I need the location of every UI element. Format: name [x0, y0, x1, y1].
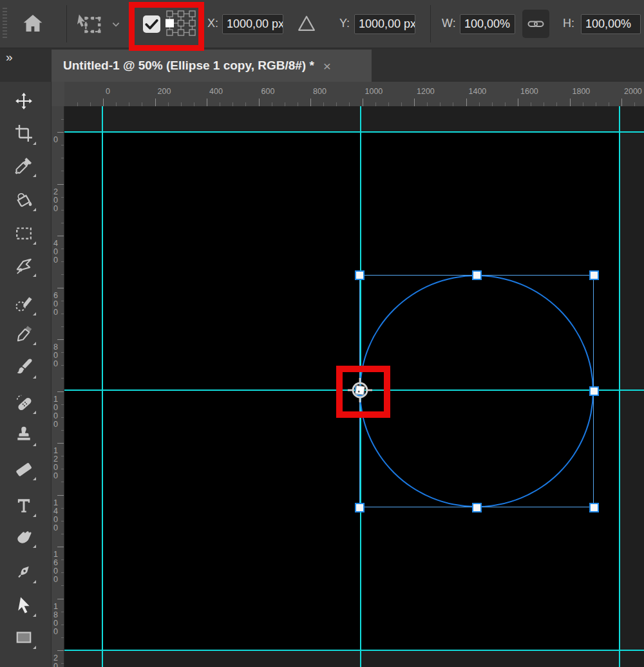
polygonal-lasso-tool[interactable] — [10, 251, 38, 279]
relative-position-delta-icon[interactable] — [298, 14, 316, 35]
path-selection-tool[interactable] — [10, 591, 38, 619]
close-tab-icon[interactable]: × — [323, 59, 331, 73]
ruler-label: 600 — [53, 292, 61, 317]
ruler-tick — [220, 102, 220, 106]
transform-handle-bottom-center[interactable] — [472, 503, 482, 512]
ruler-label: 1600 — [520, 87, 538, 96]
tool-flyout-indicator — [33, 342, 36, 345]
ruler-tick — [505, 102, 506, 106]
ruler-tick — [427, 102, 428, 106]
ruler-tick — [57, 184, 64, 185]
ruler-label: 1800 — [573, 87, 591, 96]
transform-handle-bottom-right[interactable] — [589, 503, 599, 512]
ruler-tick — [61, 274, 64, 275]
type-tool[interactable] — [10, 491, 38, 520]
guide-vertical-0[interactable] — [102, 106, 103, 667]
x-field[interactable]: 1000,00 px — [222, 14, 283, 34]
expand-panels-button[interactable]: » — [6, 50, 12, 64]
ruler-tick — [336, 102, 337, 106]
ruler-tick — [168, 102, 169, 106]
spot-healing-brush-tool[interactable] — [10, 388, 38, 417]
y-field[interactable]: 1000,00 px — [354, 14, 415, 34]
move-tool[interactable] — [10, 87, 38, 115]
ruler-label: 1800 — [53, 603, 61, 636]
brush-tool[interactable] — [10, 353, 38, 381]
ruler-tick — [61, 456, 64, 456]
chevron-down-icon[interactable] — [109, 18, 122, 33]
ruler-label: 0 — [53, 136, 61, 144]
transform-bounding-box[interactable] — [359, 275, 594, 507]
vertical-ruler[interactable]: 0200400600800100012001400160018002000 — [52, 106, 64, 667]
h-field[interactable]: 100,00% — [581, 14, 641, 34]
ruler-tick — [466, 99, 467, 106]
ruler-tick — [61, 352, 64, 353]
transform-handle-top-right[interactable] — [589, 270, 599, 280]
ruler-tick — [363, 99, 363, 106]
tool-flyout-indicator — [33, 312, 36, 315]
ruler-label: 200 — [158, 87, 171, 96]
ruler-label: 2000 — [624, 87, 642, 96]
options-bar-grip[interactable] — [3, 8, 7, 40]
ruler-origin-corner[interactable] — [52, 82, 64, 106]
document-tab-title: Untitled-1 @ 50% (Ellipse 1 copy, RGB/8#… — [52, 59, 314, 73]
guide-vertical-2000[interactable] — [619, 106, 620, 667]
ruler-tick — [194, 102, 194, 106]
tool-flyout-indicator — [33, 514, 36, 517]
ruler-tick — [570, 99, 571, 106]
w-label: W: — [442, 17, 456, 30]
pen-tool[interactable] — [10, 558, 38, 586]
options-bar: X: 1000,00 px Y: 1000,00 px W: 100,00% H… — [0, 0, 644, 48]
remove-tool[interactable] — [10, 319, 38, 348]
rectangle-tool[interactable] — [10, 623, 38, 652]
ruler-tick — [61, 197, 64, 198]
ruler-label: 2000 — [53, 654, 61, 667]
ruler-tick — [401, 102, 402, 106]
ruler-label: 1400 — [469, 87, 487, 96]
paint-bucket-tool[interactable] — [10, 185, 38, 214]
ruler-tick — [61, 585, 64, 586]
ruler-tick — [61, 482, 64, 482]
maintain-aspect-ratio-button[interactable] — [522, 10, 549, 38]
ruler-tick — [116, 102, 117, 106]
tool-flyout-indicator — [33, 580, 36, 583]
ruler-tick — [57, 236, 64, 236]
y-label: Y: — [339, 17, 350, 30]
transform-handle-bottom-left[interactable] — [355, 503, 365, 512]
ruler-label: 1200 — [417, 87, 435, 96]
ruler-tick — [129, 102, 129, 106]
ruler-tick — [57, 132, 64, 133]
home-icon[interactable] — [22, 12, 44, 37]
transform-selection-icon[interactable] — [76, 10, 103, 40]
ruler-tick — [609, 102, 609, 106]
ruler-tick — [61, 301, 64, 301]
transform-handle-middle-right[interactable] — [589, 386, 599, 396]
ruler-tick — [310, 99, 311, 106]
tool-flyout-indicator — [33, 142, 36, 145]
transform-handle-top-left[interactable] — [355, 270, 365, 280]
ruler-tick — [61, 430, 64, 431]
tool-flyout-indicator — [33, 477, 36, 480]
photoshop-window: X: 1000,00 px Y: 1000,00 px W: 100,00% H… — [0, 0, 644, 667]
crop-tool[interactable] — [10, 119, 38, 147]
ruler-tick — [61, 171, 64, 171]
ruler-tick — [57, 391, 64, 392]
ruler-label: 1400 — [53, 499, 61, 532]
w-field[interactable]: 100,00% — [460, 14, 515, 34]
ruler-tick — [621, 99, 622, 106]
ruler-tick — [90, 102, 91, 106]
ruler-tick — [544, 102, 544, 106]
ruler-tick — [57, 339, 64, 340]
ruler-tick — [61, 637, 64, 638]
rectangular-marquee-tool[interactable] — [10, 219, 38, 247]
transform-handle-top-center[interactable] — [472, 270, 482, 280]
horizontal-ruler[interactable]: 0200400600800100012001400160018002000 — [64, 82, 644, 106]
guide-horizontal-0[interactable] — [64, 131, 644, 133]
eraser-tool[interactable] — [10, 455, 38, 483]
ruler-tick — [61, 508, 64, 509]
selection-brush-tool[interactable] — [10, 290, 38, 318]
clone-stamp-tool[interactable] — [10, 420, 38, 449]
guide-horizontal-2000[interactable] — [64, 650, 644, 651]
smudge-tool[interactable] — [10, 522, 38, 550]
document-tab[interactable]: Untitled-1 @ 50% (Ellipse 1 copy, RGB/8#… — [52, 50, 372, 82]
eyedropper-tool[interactable] — [10, 151, 38, 180]
